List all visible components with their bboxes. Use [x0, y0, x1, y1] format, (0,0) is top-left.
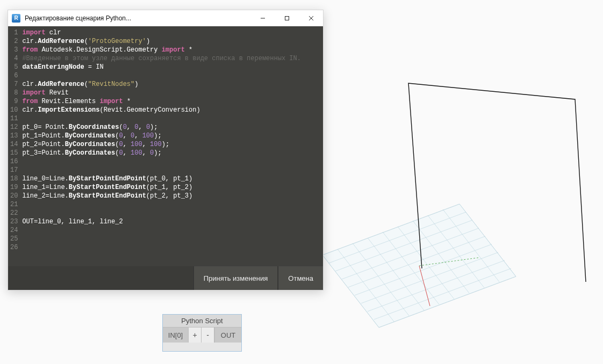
svg-rect-24: [285, 16, 289, 20]
svg-marker-0: [322, 204, 516, 327]
svg-line-1: [322, 204, 460, 255]
svg-line-5: [348, 236, 485, 287]
code-editor[interactable]: 1 2 3 4 5 6 7 8 9 10 11 12 13 14 15 16 1…: [8, 26, 323, 266]
editor-footer: Принять изменения Отмена: [8, 266, 323, 290]
close-button[interactable]: [299, 10, 323, 26]
svg-line-12: [338, 249, 394, 322]
app-icon: R: [12, 14, 20, 23]
svg-line-10: [379, 276, 516, 327]
minimize-button[interactable]: [250, 10, 275, 26]
svg-line-9: [374, 268, 511, 319]
svg-line-7: [361, 252, 498, 303]
code-content[interactable]: import clrclr.AddReference('ProtoGeometr…: [21, 26, 305, 266]
svg-line-6: [355, 244, 492, 295]
cancel-button[interactable]: Отмена: [278, 266, 323, 290]
svg-line-14: [368, 238, 424, 310]
input-port-0[interactable]: IN[0]: [163, 327, 189, 343]
add-input-button[interactable]: +: [189, 327, 202, 343]
line-gutter: 1 2 3 4 5 6 7 8 9 10 11 12 13 14 15 16 1…: [8, 26, 21, 266]
svg-line-3: [335, 220, 472, 271]
node-footer: [163, 343, 241, 351]
svg-line-16: [398, 227, 454, 299]
svg-line-20: [460, 204, 516, 276]
svg-line-8: [368, 260, 505, 311]
python-script-node[interactable]: Python Script IN[0] + - OUT: [162, 314, 242, 352]
remove-input-button[interactable]: -: [202, 327, 214, 343]
svg-line-17: [413, 221, 469, 293]
svg-line-21: [419, 266, 430, 306]
svg-line-19: [443, 209, 499, 282]
geometry-viewport: [301, 43, 602, 333]
svg-line-11: [322, 255, 379, 327]
node-title: Python Script: [163, 315, 241, 327]
window-titlebar[interactable]: R Редактирование сценария Python...: [8, 10, 323, 26]
accept-changes-button[interactable]: Принять изменения: [193, 266, 278, 290]
maximize-button[interactable]: [275, 10, 299, 26]
window-title: Редактирование сценария Python...: [25, 14, 250, 22]
svg-line-13: [353, 243, 409, 316]
output-port[interactable]: OUT: [214, 327, 241, 343]
svg-line-15: [383, 232, 439, 304]
python-editor-window: R Редактирование сценария Python... 1 2 …: [8, 10, 324, 290]
svg-line-2: [329, 212, 466, 263]
svg-line-22: [419, 258, 478, 266]
svg-line-4: [342, 228, 479, 279]
svg-line-18: [428, 215, 484, 288]
